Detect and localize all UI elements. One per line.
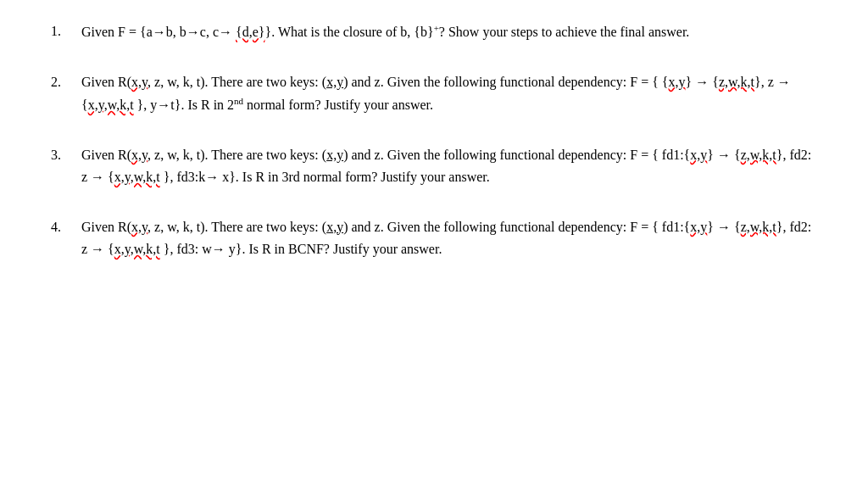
question-number-1: 1.: [51, 20, 81, 44]
question-list: 1.Given F = {a→b, b→c, c→ {d,e}}. What i…: [51, 20, 817, 260]
question-body-3: Given R(x,y, z, w, k, t). There are two …: [81, 144, 817, 189]
question-item-1: 1.Given F = {a→b, b→c, c→ {d,e}}. What i…: [51, 20, 817, 44]
question-body-1: Given F = {a→b, b→c, c→ {d,e}}. What is …: [81, 20, 817, 44]
question-body-4: Given R(x,y, z, w, k, t). There are two …: [81, 216, 817, 261]
question-item-3: 3.Given R(x,y, z, w, k, t). There are tw…: [51, 144, 817, 189]
question-number-4: 4.: [51, 216, 81, 261]
question-number-3: 3.: [51, 144, 81, 189]
question-body-2: Given R(x,y, z, w, k, t). There are two …: [81, 71, 817, 117]
question-number-2: 2.: [51, 71, 81, 117]
question-item-2: 2.Given R(x,y, z, w, k, t). There are tw…: [51, 71, 817, 117]
question-item-4: 4.Given R(x,y, z, w, k, t). There are tw…: [51, 216, 817, 261]
